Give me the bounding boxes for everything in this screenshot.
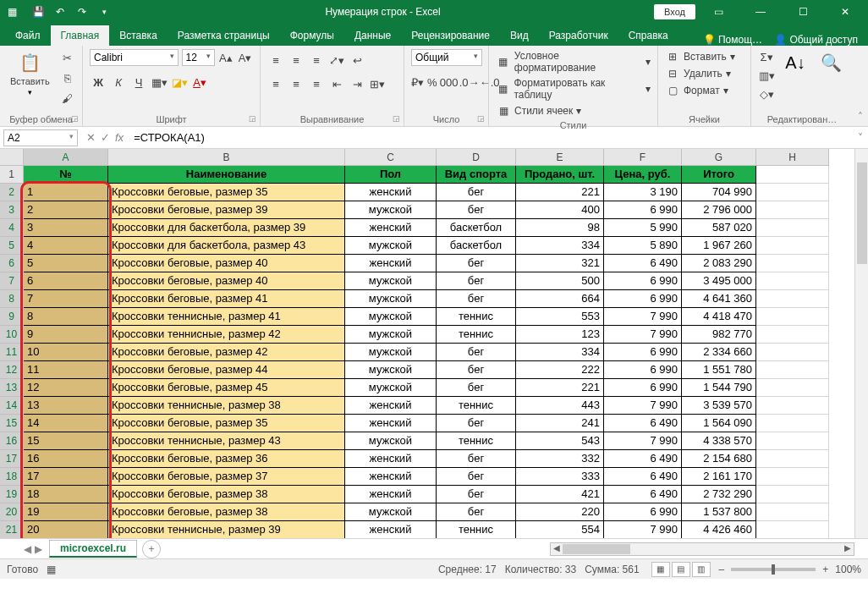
cell[interactable]: 5 990 xyxy=(604,219,682,237)
cell[interactable]: Кроссовки беговые, размер 40 xyxy=(108,255,345,272)
sheet-tab[interactable]: microexcel.ru xyxy=(49,540,137,558)
cell[interactable] xyxy=(756,361,829,379)
row-header[interactable]: 1 xyxy=(0,166,24,184)
cell[interactable]: мужской xyxy=(345,503,437,521)
cell[interactable] xyxy=(756,468,829,486)
cell[interactable]: 400 xyxy=(516,201,604,219)
cell[interactable]: 1 564 090 xyxy=(682,415,756,432)
cell[interactable]: женский xyxy=(345,255,437,272)
fill-color-icon[interactable]: ◪▾ xyxy=(171,74,188,90)
col-header-G[interactable]: G xyxy=(682,149,756,166)
cell[interactable]: Кроссовки беговые, размер 35 xyxy=(108,415,345,432)
cell[interactable]: бег xyxy=(437,255,516,272)
zoom-in-icon[interactable]: + xyxy=(822,564,828,575)
increase-indent-icon[interactable]: ⇥ xyxy=(349,76,365,91)
cell[interactable]: бег xyxy=(437,201,516,219)
cell[interactable]: Кроссовки беговые, размер 38 xyxy=(108,503,345,521)
dialog-launcher-icon[interactable]: ◲ xyxy=(249,114,256,123)
font-color-icon[interactable]: А▾ xyxy=(191,74,208,90)
cell[interactable]: 982 770 xyxy=(682,326,756,344)
cell[interactable]: Кроссовки теннисные, размер 43 xyxy=(108,432,345,450)
cell[interactable]: 15 xyxy=(24,432,108,450)
cell[interactable]: 321 xyxy=(516,255,604,272)
cell[interactable]: женский xyxy=(345,184,437,201)
cell[interactable]: 553 xyxy=(516,308,604,326)
cell[interactable] xyxy=(756,521,829,538)
app-menu-icon[interactable]: ▦ xyxy=(0,0,24,24)
sign-in-button[interactable]: Вход xyxy=(654,4,695,19)
vertical-scrollbar[interactable] xyxy=(854,149,868,538)
enter-formula-icon[interactable]: ✓ xyxy=(101,131,110,144)
cell[interactable]: 222 xyxy=(516,361,604,379)
spreadsheet-grid[interactable]: ABCDEFGH 1234567891011121314151617181920… xyxy=(0,149,868,538)
cell[interactable]: Кроссовки для баскетбола, размер 39 xyxy=(108,219,345,237)
cell[interactable]: 18 xyxy=(24,486,108,503)
cell[interactable]: бег xyxy=(437,468,516,486)
row-header[interactable]: 8 xyxy=(0,290,24,308)
cell[interactable]: 6 490 xyxy=(604,486,682,503)
cell[interactable]: теннис xyxy=(437,432,516,450)
cell[interactable]: 1 xyxy=(24,184,108,201)
wrap-text-icon[interactable]: ↩ xyxy=(349,52,365,68)
cell[interactable]: баскетбол xyxy=(437,237,516,255)
comma-icon[interactable]: 000 xyxy=(441,74,458,90)
tab-developer[interactable]: Разработчик xyxy=(539,25,618,46)
col-header-D[interactable]: D xyxy=(437,149,516,166)
italic-icon[interactable]: К xyxy=(110,74,127,90)
cell[interactable]: 19 xyxy=(24,503,108,521)
cell[interactable] xyxy=(756,503,829,521)
border-icon[interactable]: ▦▾ xyxy=(151,74,168,90)
page-layout-view-icon[interactable]: ▤ xyxy=(672,562,690,577)
col-header-B[interactable]: B xyxy=(108,149,345,166)
fill-icon[interactable]: ▥▾ xyxy=(758,68,775,83)
cell[interactable]: 1 551 780 xyxy=(682,361,756,379)
cell[interactable]: 554 xyxy=(516,521,604,538)
cell[interactable]: 7 990 xyxy=(604,308,682,326)
cell[interactable]: Кроссовки беговые, размер 38 xyxy=(108,486,345,503)
cell[interactable]: теннис xyxy=(437,326,516,344)
clear-icon[interactable]: ◇▾ xyxy=(758,86,775,102)
cell[interactable]: мужской xyxy=(345,379,437,397)
row-header[interactable]: 5 xyxy=(0,237,24,255)
align-middle-icon[interactable]: ≡ xyxy=(288,52,305,68)
cell[interactable]: 20 xyxy=(24,521,108,538)
cell[interactable]: бег xyxy=(437,415,516,432)
cell[interactable]: 3 539 570 xyxy=(682,397,756,415)
cell[interactable]: теннис xyxy=(437,308,516,326)
tab-view[interactable]: Вид xyxy=(500,25,539,46)
cell[interactable] xyxy=(756,486,829,503)
cell[interactable]: 4 338 570 xyxy=(682,432,756,450)
cell[interactable] xyxy=(756,344,829,361)
cell[interactable]: Кроссовки беговые, размер 37 xyxy=(108,468,345,486)
cell[interactable]: бег xyxy=(437,184,516,201)
dialog-launcher-icon[interactable]: ◲ xyxy=(477,114,485,123)
header-cell[interactable]: Вид спорта xyxy=(437,166,516,184)
cell[interactable]: 2 083 290 xyxy=(682,255,756,272)
row-header[interactable]: 4 xyxy=(0,219,24,237)
collapse-ribbon-icon[interactable]: ˄ xyxy=(853,46,868,126)
cell[interactable]: мужской xyxy=(345,432,437,450)
cell[interactable]: мужской xyxy=(345,272,437,290)
cell[interactable]: 7 xyxy=(24,290,108,308)
share-button[interactable]: 👤 Общий доступ xyxy=(774,34,858,46)
cell[interactable]: бег xyxy=(437,361,516,379)
copy-icon[interactable]: ⎘ xyxy=(58,69,77,86)
cell[interactable]: 1 967 260 xyxy=(682,237,756,255)
page-break-view-icon[interactable]: ▥ xyxy=(692,562,711,577)
cell[interactable]: Кроссовки беговые, размер 36 xyxy=(108,450,345,468)
cell[interactable]: мужской xyxy=(345,290,437,308)
cell[interactable]: 334 xyxy=(516,237,604,255)
cell[interactable]: 587 020 xyxy=(682,219,756,237)
cell[interactable]: 2 334 660 xyxy=(682,344,756,361)
cell[interactable]: бег xyxy=(437,344,516,361)
row-header[interactable]: 16 xyxy=(0,432,24,450)
col-header-A[interactable]: A xyxy=(24,149,108,166)
col-header-C[interactable]: C xyxy=(345,149,437,166)
cell[interactable]: 2 xyxy=(24,201,108,219)
cell[interactable]: 221 xyxy=(516,184,604,201)
header-cell[interactable]: № xyxy=(24,166,108,184)
cell[interactable]: женский xyxy=(345,415,437,432)
qat-more-icon[interactable]: ▾ xyxy=(96,4,112,19)
cell[interactable]: 8 xyxy=(24,308,108,326)
autosum-icon[interactable]: Σ▾ xyxy=(758,49,775,64)
